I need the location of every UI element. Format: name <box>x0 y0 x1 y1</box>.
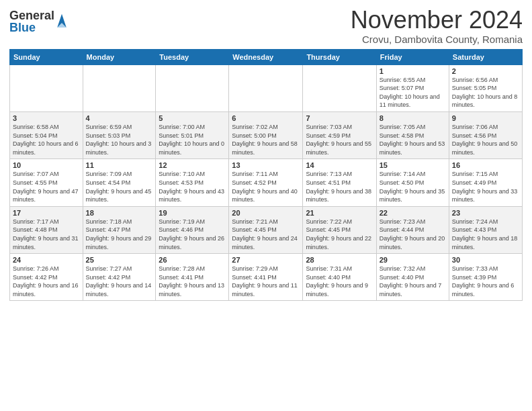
day-info: Sunrise: 7:31 AM Sunset: 4:40 PM Dayligh… <box>306 265 373 298</box>
logo-icon <box>56 13 68 28</box>
day-info: Sunrise: 7:28 AM Sunset: 4:41 PM Dayligh… <box>159 265 226 298</box>
calendar-cell: 3Sunrise: 6:58 AM Sunset: 5:04 PM Daylig… <box>10 111 83 158</box>
day-info: Sunrise: 7:33 AM Sunset: 4:39 PM Dayligh… <box>452 265 519 298</box>
day-number: 24 <box>13 256 80 264</box>
day-info: Sunrise: 7:09 AM Sunset: 4:54 PM Dayligh… <box>86 170 153 203</box>
calendar-cell: 17Sunrise: 7:17 AM Sunset: 4:48 PM Dayli… <box>10 206 83 253</box>
logo: General Blue <box>9 9 68 34</box>
calendar-cell: 22Sunrise: 7:23 AM Sunset: 4:44 PM Dayli… <box>376 206 449 253</box>
day-number: 4 <box>86 114 153 122</box>
calendar-cell <box>10 64 83 111</box>
calendar-cell: 13Sunrise: 7:11 AM Sunset: 4:52 PM Dayli… <box>229 159 303 206</box>
calendar-cell: 8Sunrise: 7:05 AM Sunset: 4:58 PM Daylig… <box>376 111 449 158</box>
day-number: 10 <box>13 161 80 169</box>
day-info: Sunrise: 7:11 AM Sunset: 4:52 PM Dayligh… <box>232 170 300 203</box>
day-info: Sunrise: 7:07 AM Sunset: 4:55 PM Dayligh… <box>13 170 80 203</box>
page: General Blue November 2024 Crovu, Dambov… <box>0 0 532 308</box>
day-info: Sunrise: 6:59 AM Sunset: 5:03 PM Dayligh… <box>86 123 153 156</box>
calendar-cell <box>229 64 303 111</box>
day-info: Sunrise: 7:13 AM Sunset: 4:51 PM Dayligh… <box>306 170 373 203</box>
day-info: Sunrise: 7:27 AM Sunset: 4:42 PM Dayligh… <box>86 265 153 298</box>
day-info: Sunrise: 7:02 AM Sunset: 5:00 PM Dayligh… <box>232 123 300 156</box>
day-number: 3 <box>13 114 80 122</box>
calendar-cell: 2Sunrise: 6:56 AM Sunset: 5:05 PM Daylig… <box>449 64 522 111</box>
day-number: 2 <box>452 67 519 75</box>
day-info: Sunrise: 7:18 AM Sunset: 4:47 PM Dayligh… <box>86 218 153 251</box>
day-number: 16 <box>452 161 519 169</box>
calendar-cell <box>156 64 229 111</box>
day-info: Sunrise: 7:14 AM Sunset: 4:50 PM Dayligh… <box>380 170 446 203</box>
calendar-cell: 6Sunrise: 7:02 AM Sunset: 5:00 PM Daylig… <box>229 111 303 158</box>
calendar-cell: 26Sunrise: 7:28 AM Sunset: 4:41 PM Dayli… <box>156 254 229 301</box>
col-saturday: Saturday <box>449 49 522 64</box>
day-info: Sunrise: 6:55 AM Sunset: 5:07 PM Dayligh… <box>380 76 446 109</box>
day-number: 9 <box>452 114 519 122</box>
title-block: November 2024 Crovu, Dambovita County, R… <box>351 7 523 45</box>
header-row: Sunday Monday Tuesday Wednesday Thursday… <box>10 49 523 64</box>
day-number: 18 <box>86 209 153 217</box>
month-title: November 2024 <box>351 7 523 34</box>
logo-text: General Blue <box>9 9 54 34</box>
day-info: Sunrise: 7:24 AM Sunset: 4:43 PM Dayligh… <box>452 218 519 251</box>
logo-blue: Blue <box>9 21 54 34</box>
calendar-cell: 29Sunrise: 7:32 AM Sunset: 4:40 PM Dayli… <box>376 254 449 301</box>
day-info: Sunrise: 6:58 AM Sunset: 5:04 PM Dayligh… <box>13 123 80 156</box>
calendar-week-1: 1Sunrise: 6:55 AM Sunset: 5:07 PM Daylig… <box>10 64 523 111</box>
day-number: 20 <box>232 209 300 217</box>
calendar-cell: 14Sunrise: 7:13 AM Sunset: 4:51 PM Dayli… <box>303 159 376 206</box>
day-number: 11 <box>86 161 153 169</box>
calendar-week-3: 10Sunrise: 7:07 AM Sunset: 4:55 PM Dayli… <box>10 159 523 206</box>
day-info: Sunrise: 7:03 AM Sunset: 4:59 PM Dayligh… <box>306 123 373 156</box>
calendar-cell: 7Sunrise: 7:03 AM Sunset: 4:59 PM Daylig… <box>303 111 376 158</box>
calendar-cell <box>83 64 156 111</box>
calendar-week-4: 17Sunrise: 7:17 AM Sunset: 4:48 PM Dayli… <box>10 206 523 253</box>
day-info: Sunrise: 7:26 AM Sunset: 4:42 PM Dayligh… <box>13 265 80 298</box>
day-number: 27 <box>232 256 300 264</box>
calendar-cell <box>303 64 376 111</box>
day-number: 14 <box>306 161 373 169</box>
day-number: 19 <box>159 209 226 217</box>
calendar-cell: 23Sunrise: 7:24 AM Sunset: 4:43 PM Dayli… <box>449 206 522 253</box>
day-number: 13 <box>232 161 300 169</box>
day-number: 7 <box>306 114 373 122</box>
day-number: 22 <box>380 209 446 217</box>
calendar-cell: 5Sunrise: 7:00 AM Sunset: 5:01 PM Daylig… <box>156 111 229 158</box>
calendar-cell: 10Sunrise: 7:07 AM Sunset: 4:55 PM Dayli… <box>10 159 83 206</box>
col-friday: Friday <box>376 49 449 64</box>
day-info: Sunrise: 7:15 AM Sunset: 4:49 PM Dayligh… <box>452 170 519 203</box>
calendar-cell: 1Sunrise: 6:55 AM Sunset: 5:07 PM Daylig… <box>376 64 449 111</box>
day-number: 8 <box>380 114 446 122</box>
day-info: Sunrise: 7:23 AM Sunset: 4:44 PM Dayligh… <box>380 218 446 251</box>
day-info: Sunrise: 6:56 AM Sunset: 5:05 PM Dayligh… <box>452 76 519 109</box>
calendar-cell: 21Sunrise: 7:22 AM Sunset: 4:45 PM Dayli… <box>303 206 376 253</box>
day-number: 28 <box>306 256 373 264</box>
day-info: Sunrise: 7:29 AM Sunset: 4:41 PM Dayligh… <box>232 265 300 298</box>
calendar-cell: 15Sunrise: 7:14 AM Sunset: 4:50 PM Dayli… <box>376 159 449 206</box>
day-info: Sunrise: 7:17 AM Sunset: 4:48 PM Dayligh… <box>13 218 80 251</box>
col-thursday: Thursday <box>303 49 376 64</box>
day-number: 21 <box>306 209 373 217</box>
calendar-cell: 18Sunrise: 7:18 AM Sunset: 4:47 PM Dayli… <box>83 206 156 253</box>
calendar-table: Sunday Monday Tuesday Wednesday Thursday… <box>9 49 523 302</box>
day-number: 23 <box>452 209 519 217</box>
day-number: 17 <box>13 209 80 217</box>
calendar-cell: 16Sunrise: 7:15 AM Sunset: 4:49 PM Dayli… <box>449 159 522 206</box>
day-number: 1 <box>380 67 446 75</box>
day-number: 26 <box>159 256 226 264</box>
header: General Blue November 2024 Crovu, Dambov… <box>9 7 523 45</box>
day-number: 25 <box>86 256 153 264</box>
calendar-week-2: 3Sunrise: 6:58 AM Sunset: 5:04 PM Daylig… <box>10 111 523 158</box>
day-info: Sunrise: 7:22 AM Sunset: 4:45 PM Dayligh… <box>306 218 373 251</box>
day-number: 29 <box>380 256 446 264</box>
calendar-cell: 19Sunrise: 7:19 AM Sunset: 4:46 PM Dayli… <box>156 206 229 253</box>
day-info: Sunrise: 7:21 AM Sunset: 4:45 PM Dayligh… <box>232 218 300 251</box>
day-number: 6 <box>232 114 300 122</box>
day-info: Sunrise: 7:00 AM Sunset: 5:01 PM Dayligh… <box>159 123 226 156</box>
calendar-cell: 27Sunrise: 7:29 AM Sunset: 4:41 PM Dayli… <box>229 254 303 301</box>
day-number: 12 <box>159 161 226 169</box>
day-info: Sunrise: 7:32 AM Sunset: 4:40 PM Dayligh… <box>380 265 446 298</box>
logo-text-block: General Blue <box>9 9 68 34</box>
calendar-week-5: 24Sunrise: 7:26 AM Sunset: 4:42 PM Dayli… <box>10 254 523 301</box>
day-number: 15 <box>380 161 446 169</box>
calendar-cell: 30Sunrise: 7:33 AM Sunset: 4:39 PM Dayli… <box>449 254 522 301</box>
